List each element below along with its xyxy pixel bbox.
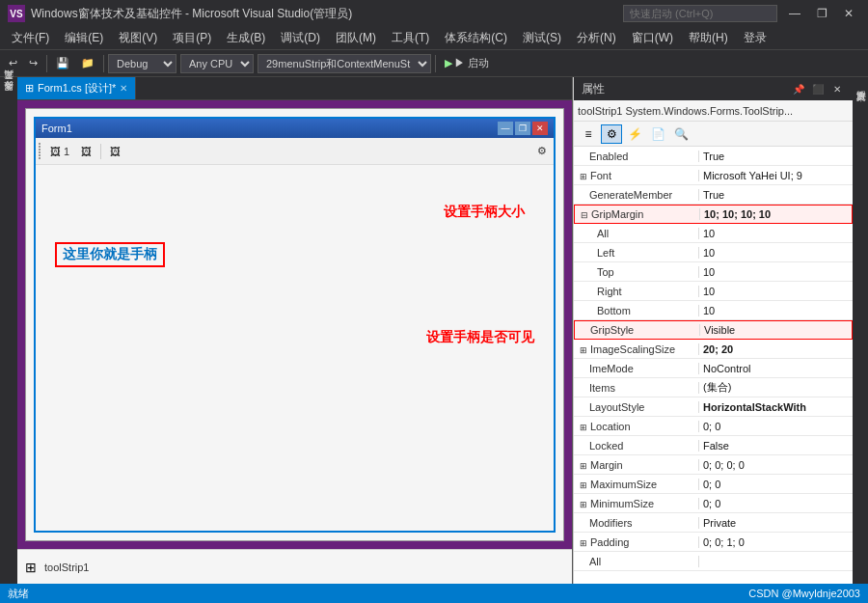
prop-value-location: 0; 0	[699, 421, 853, 432]
startup-project-dropdown[interactable]: 29menuStrip和ContextMenuStr...	[258, 54, 431, 73]
annotation-grip-label: 这里你就是手柄	[55, 242, 165, 267]
prop-gripmargin[interactable]: ⊟GripMargin 10; 10; 10; 10	[574, 205, 853, 224]
status-bar: 就绪 CSDN @Mwyldnje2003	[0, 584, 868, 603]
panel-float-button[interactable]: ⬛	[810, 81, 826, 96]
prop-items[interactable]: Items (集合)	[574, 378, 853, 397]
toolbar-sep1	[46, 55, 47, 72]
designer-surface: Form1 — ❐ ✕	[17, 100, 572, 549]
menu-team[interactable]: 团队(M)	[328, 27, 384, 49]
ts-settings-btn[interactable]: ⚙	[532, 141, 552, 162]
close-button[interactable]: ✕	[837, 4, 860, 23]
menu-analyze[interactable]: 分析(N)	[569, 27, 624, 49]
toolbar-open[interactable]: 📁	[76, 53, 99, 74]
toolbox-tab[interactable]: 工具箱	[0, 81, 17, 93]
prop-font[interactable]: ⊞Font Microsoft YaHei UI; 9	[574, 166, 853, 185]
prop-value-locked: False	[699, 440, 853, 452]
prop-name-margin: ⊞Margin	[574, 459, 699, 471]
menu-file[interactable]: 文件(F)	[4, 27, 57, 49]
prop-value-all: 10	[699, 228, 853, 239]
menu-help[interactable]: 帮助(H)	[681, 27, 736, 49]
prop-maximumsize[interactable]: ⊞MaximumSize 0; 0	[574, 475, 853, 494]
prop-value-maximumsize: 0; 0	[699, 479, 853, 490]
ts-button3[interactable]: 🖼	[105, 141, 125, 162]
prop-layoutstyle[interactable]: LayoutStyle HorizontalStackWith	[574, 397, 853, 417]
prop-name-location: ⊞Location	[574, 421, 699, 432]
form-inner: Form1 — ❐ ✕	[36, 119, 554, 531]
build-config-dropdown[interactable]: Debug Release	[108, 54, 176, 73]
props-pages-btn[interactable]: 📄	[647, 124, 668, 144]
title-bar: VS Windows窗体技术及基础控件 - Microsoft Visual S…	[0, 0, 868, 27]
minimize-button[interactable]: —	[783, 4, 806, 23]
tab-close-button[interactable]: ✕	[120, 83, 127, 94]
menu-tools[interactable]: 工具(T)	[384, 27, 437, 49]
prop-value-margin: 0; 0; 0; 0	[699, 459, 853, 471]
prop-locked[interactable]: Locked False	[574, 436, 853, 455]
menu-build[interactable]: 生成(B)	[219, 27, 273, 49]
prop-minimumsize[interactable]: ⊞MinimumSize 0; 0	[574, 494, 853, 513]
designer-tab[interactable]: ⊞ Form1.cs [设计]* ✕	[17, 77, 136, 99]
form-titlebar: Form1 — ❐ ✕	[36, 119, 554, 138]
prop-generatemember[interactable]: GenerateMember True	[574, 185, 853, 205]
props-category-btn[interactable]: ≡	[578, 124, 599, 144]
menu-edit[interactable]: 编辑(E)	[57, 27, 111, 49]
prop-imemode[interactable]: ImeMode NoControl	[574, 359, 853, 378]
prop-value-enabled: True	[699, 151, 853, 162]
toolbar-sep3	[435, 55, 436, 72]
menu-arch[interactable]: 体系结构(C)	[437, 27, 515, 49]
props-search-btn[interactable]: 🔍	[670, 124, 692, 144]
prop-value-generatemember: True	[699, 189, 853, 201]
prop-padding[interactable]: ⊞Padding 0; 0; 1; 0	[574, 533, 853, 552]
form-content[interactable]: 这里你就是手柄 设置手柄大小 设置手柄是否可见	[36, 165, 554, 531]
prop-margin[interactable]: ⊞Margin 0; 0; 0; 0	[574, 455, 853, 475]
tab-label: Form1.cs [设计]*	[38, 81, 116, 96]
menu-project[interactable]: 项目(P)	[165, 27, 219, 49]
restore-button[interactable]: ❐	[810, 4, 833, 23]
props-events-btn[interactable]: ⚡	[624, 124, 645, 144]
toolbar-undo[interactable]: ↩	[4, 53, 22, 74]
prop-name-imagescalingsize: ⊞ImageScalingSize	[574, 343, 699, 355]
server-tab[interactable]: 服务器	[0, 93, 17, 104]
menu-login[interactable]: 登录	[736, 27, 774, 49]
panel-pin-button[interactable]: 📌	[791, 81, 806, 96]
prop-gripmargin-all[interactable]: All 10	[574, 224, 853, 243]
menu-view[interactable]: 视图(V)	[111, 27, 165, 49]
form-minimize-btn[interactable]: —	[498, 122, 513, 135]
solution-explorer-tab[interactable]: 解决方案	[852, 77, 868, 89]
props-sort-btn[interactable]: ⚙	[601, 124, 622, 144]
debug-config-group: Debug Release Any CPU x86 x64 29menuStri…	[108, 54, 431, 73]
start-button[interactable]: ▶ ▶ 启动	[440, 53, 494, 74]
prop-gripmargin-right[interactable]: Right 10	[574, 282, 853, 301]
prop-imagescalingsize[interactable]: ⊞ImageScalingSize 20; 20	[574, 340, 853, 359]
undo-icon: ↩	[9, 57, 17, 69]
menu-window[interactable]: 窗口(W)	[624, 27, 681, 49]
form-restore-btn[interactable]: ❐	[515, 122, 530, 135]
toolbar-save[interactable]: 💾	[51, 53, 74, 74]
right-sidebar: 解决方案	[853, 77, 868, 584]
main-layout: 工具箱 服务器 ⊞ Form1.cs [设计]* ✕ Form1 —	[0, 77, 868, 584]
form-close-btn[interactable]: ✕	[532, 122, 548, 135]
prop-enabled[interactable]: Enabled True	[574, 147, 853, 166]
grip-dot2	[39, 146, 41, 148]
ts-button1[interactable]: 🖼 1	[45, 141, 74, 162]
platform-dropdown[interactable]: Any CPU x86 x64	[180, 54, 254, 73]
panel-close-button[interactable]: ✕	[829, 81, 845, 96]
menu-debug[interactable]: 调试(D)	[273, 27, 328, 49]
prop-all-footer[interactable]: All	[574, 552, 853, 571]
status-right-text: CSDN @Mwyldnje2003	[748, 588, 860, 599]
toolbar-redo[interactable]: ↪	[24, 53, 42, 74]
prop-gripmargin-top[interactable]: Top 10	[574, 262, 853, 282]
quick-search-input[interactable]	[623, 5, 777, 22]
prop-modifiers[interactable]: Modifiers Private	[574, 513, 853, 533]
status-text: 就绪	[8, 587, 29, 601]
prop-location[interactable]: ⊞Location 0; 0	[574, 417, 853, 436]
component-selector[interactable]: toolStrip1 System.Windows.Forms.ToolStri…	[574, 100, 853, 122]
ts-button2[interactable]: 🖼	[76, 141, 96, 162]
form-title-label: Form1	[41, 123, 72, 134]
properties-title: 属性	[582, 81, 605, 97]
prop-gripmargin-left[interactable]: Left 10	[574, 243, 853, 262]
form-icon: ⊞	[25, 82, 34, 95]
menu-test[interactable]: 测试(S)	[515, 27, 569, 49]
prop-gripmargin-bottom[interactable]: Bottom 10	[574, 301, 853, 320]
prop-gripstyle[interactable]: GripStyle Visible	[574, 320, 853, 340]
ts-separator	[100, 144, 101, 159]
